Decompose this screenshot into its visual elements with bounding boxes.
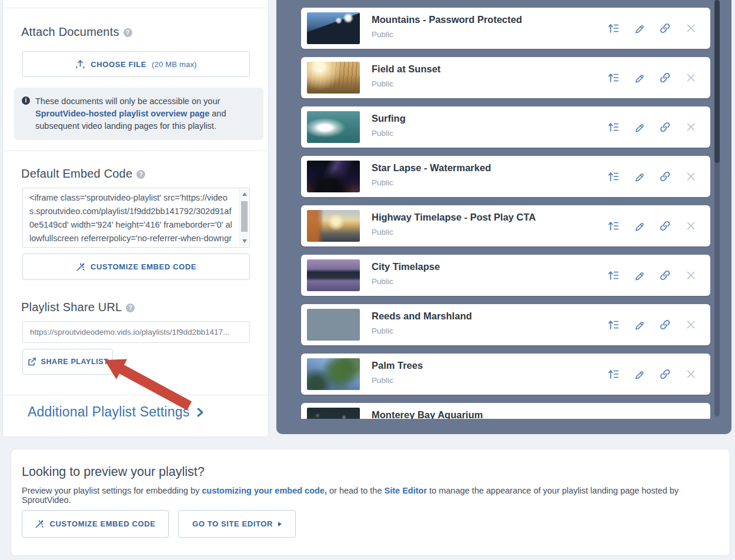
video-row[interactable]: Star Lapse - Watermarked Public bbox=[301, 156, 710, 197]
panel-scrollbar-thumb[interactable] bbox=[714, 0, 720, 163]
link-icon[interactable] bbox=[659, 121, 671, 133]
scroll-down-icon[interactable] bbox=[242, 239, 247, 243]
help-icon[interactable]: ? bbox=[126, 304, 135, 312]
video-row[interactable]: Mountains - Password Protected Public bbox=[301, 8, 710, 49]
video-thumbnail bbox=[307, 161, 360, 192]
video-privacy-status: Public bbox=[372, 79, 393, 88]
video-privacy-status: Public bbox=[372, 129, 393, 138]
textarea-scrollbar[interactable] bbox=[239, 189, 249, 246]
preview-text-mid: or head to the bbox=[327, 486, 385, 495]
remove-icon[interactable] bbox=[685, 269, 697, 281]
link-icon[interactable] bbox=[659, 418, 671, 419]
move-to-top-icon[interactable] bbox=[607, 171, 619, 182]
video-row[interactable]: Field at Sunset Public bbox=[301, 57, 710, 98]
additional-playlist-settings-link[interactable]: Additional Playlist Settings bbox=[28, 404, 204, 420]
share-icon bbox=[27, 357, 36, 366]
video-row[interactable]: City Timelapse Public bbox=[301, 255, 710, 296]
video-title: City Timelapse bbox=[372, 261, 440, 272]
edit-icon[interactable] bbox=[633, 418, 645, 419]
upload-icon bbox=[75, 59, 85, 69]
link-icon[interactable] bbox=[659, 72, 671, 84]
edit-icon[interactable] bbox=[633, 72, 645, 84]
move-to-top-icon[interactable] bbox=[607, 269, 619, 281]
video-thumbnail bbox=[307, 210, 360, 242]
move-to-top-icon[interactable] bbox=[607, 22, 619, 34]
customize-embed-code-link[interactable]: customizing your embed code, bbox=[202, 486, 327, 495]
video-thumbnail bbox=[307, 259, 360, 291]
move-to-top-icon[interactable] bbox=[607, 72, 619, 84]
link-icon[interactable] bbox=[659, 368, 671, 380]
section-divider bbox=[3, 151, 268, 151]
share-playlist-button[interactable]: SHARE PLAYLIST bbox=[22, 349, 113, 375]
move-to-top-icon[interactable] bbox=[607, 121, 619, 133]
link-icon[interactable] bbox=[659, 319, 671, 331]
attach-documents-title: Attach Documents bbox=[21, 25, 119, 38]
remove-icon[interactable] bbox=[685, 22, 697, 34]
remove-icon[interactable] bbox=[685, 220, 697, 232]
scroll-up-icon[interactable] bbox=[242, 192, 247, 196]
video-title: Field at Sunset bbox=[372, 64, 440, 75]
remove-icon[interactable] bbox=[685, 418, 697, 419]
video-row[interactable]: Palm Trees Public bbox=[301, 354, 710, 395]
remove-icon[interactable] bbox=[685, 121, 697, 133]
chevron-right-icon bbox=[196, 406, 204, 418]
site-editor-link[interactable]: Site Editor bbox=[385, 486, 427, 495]
preview-heading: Looking to preview your playlist? bbox=[22, 465, 205, 479]
link-icon[interactable] bbox=[659, 269, 671, 281]
playlist-videos-panel: Mountains - Password Protected Public bbox=[276, 0, 731, 434]
video-row[interactable]: Highway Timelapse - Post Play CTA Public bbox=[301, 205, 710, 246]
default-embed-code-heading: Default Embed Code? bbox=[21, 167, 145, 181]
choose-file-label: CHOOSE FILE bbox=[91, 60, 146, 69]
edit-icon[interactable] bbox=[633, 121, 645, 133]
video-row[interactable]: Reeds and Marshland Public bbox=[301, 304, 710, 345]
video-title: Mountains - Password Protected bbox=[372, 14, 522, 25]
magic-wand-icon bbox=[76, 262, 85, 272]
share-url-input[interactable] bbox=[22, 321, 250, 343]
choose-file-button[interactable]: CHOOSE FILE (20 MB max) bbox=[22, 51, 250, 77]
playlist-overview-page-link[interactable]: SproutVideo-hosted playlist overview pag… bbox=[35, 109, 209, 118]
video-title: Monterey Bay Aquarium bbox=[372, 409, 483, 419]
customize-embed-code-label: CUSTOMIZE EMBED CODE bbox=[49, 519, 155, 528]
help-icon[interactable]: ? bbox=[136, 170, 145, 179]
additional-settings-label: Additional Playlist Settings bbox=[28, 404, 189, 420]
edit-icon[interactable] bbox=[633, 368, 645, 380]
customize-embed-code-button-bottom[interactable]: CUSTOMIZE EMBED CODE bbox=[22, 510, 169, 538]
move-to-top-icon[interactable] bbox=[607, 418, 619, 419]
play-triangle-icon bbox=[278, 522, 282, 526]
remove-icon[interactable] bbox=[685, 171, 697, 182]
video-row[interactable]: Surfing Public bbox=[301, 106, 710, 148]
video-row[interactable]: Monterey Bay Aquarium bbox=[301, 403, 710, 419]
edit-icon[interactable] bbox=[633, 171, 645, 182]
move-to-top-icon[interactable] bbox=[607, 319, 619, 331]
link-icon[interactable] bbox=[659, 171, 671, 182]
edit-icon[interactable] bbox=[633, 269, 645, 281]
move-to-top-icon[interactable] bbox=[607, 220, 619, 232]
go-to-site-editor-button[interactable]: GO TO SITE EDITOR bbox=[178, 510, 296, 538]
video-title: Palm Trees bbox=[372, 360, 423, 371]
section-divider bbox=[3, 395, 268, 395]
remove-icon[interactable] bbox=[685, 319, 697, 331]
share-playlist-label: SHARE PLAYLIST bbox=[41, 358, 109, 366]
link-icon[interactable] bbox=[659, 220, 671, 232]
video-privacy-status: Public bbox=[372, 277, 393, 286]
video-thumbnail bbox=[307, 309, 360, 341]
preview-description: Preview your playlist settings for embed… bbox=[22, 486, 730, 505]
info-icon: i bbox=[22, 96, 30, 105]
customize-embed-code-button[interactable]: CUSTOMIZE EMBED CODE bbox=[22, 254, 250, 280]
edit-icon[interactable] bbox=[633, 22, 645, 34]
customize-embed-code-label: CUSTOMIZE EMBED CODE bbox=[91, 262, 196, 271]
embed-code-textarea[interactable]: <iframe class='sproutvideo-playlist' src… bbox=[22, 188, 250, 248]
section-divider bbox=[3, 8, 268, 8]
attach-documents-heading: Attach Documents? bbox=[21, 25, 132, 39]
help-icon[interactable]: ? bbox=[123, 28, 132, 37]
video-privacy-status: Public bbox=[372, 326, 393, 335]
link-icon[interactable] bbox=[659, 22, 671, 34]
remove-icon[interactable] bbox=[685, 368, 697, 380]
scrollbar-thumb[interactable] bbox=[241, 201, 248, 232]
remove-icon[interactable] bbox=[685, 72, 697, 84]
playlist-settings-card: Attach Documents? CHOOSE FILE (20 MB max… bbox=[2, 0, 269, 437]
edit-icon[interactable] bbox=[633, 319, 645, 331]
move-to-top-icon[interactable] bbox=[607, 368, 619, 380]
preview-text: Preview your playlist settings for embed… bbox=[22, 486, 202, 495]
edit-icon[interactable] bbox=[633, 220, 645, 232]
